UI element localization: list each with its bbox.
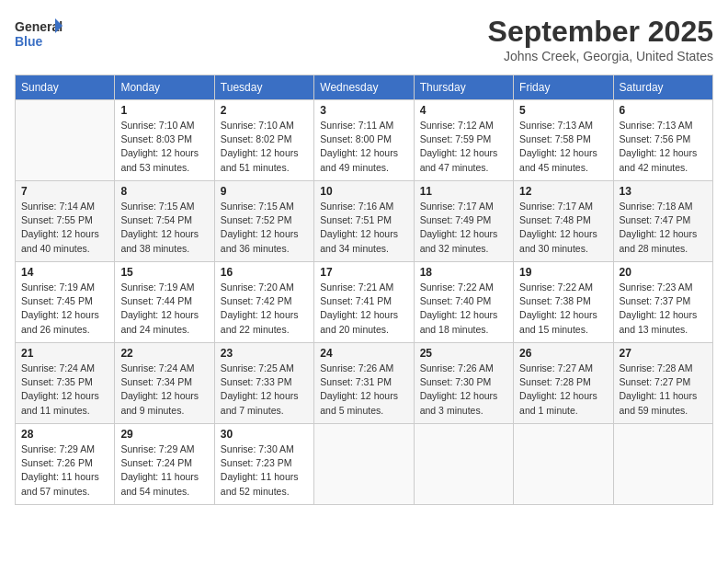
cell-sun-info: Sunrise: 7:22 AMSunset: 7:40 PMDaylight:…	[420, 281, 507, 337]
day-number: 22	[120, 347, 208, 360]
calendar-cell: 30Sunrise: 7:30 AMSunset: 7:23 PMDayligh…	[214, 424, 313, 505]
weekday-header-thursday: Thursday	[414, 75, 513, 100]
day-number: 21	[21, 347, 108, 360]
day-number: 15	[120, 266, 208, 279]
cell-sun-info: Sunrise: 7:28 AMSunset: 7:27 PMDaylight:…	[620, 362, 707, 418]
calendar-cell: 24Sunrise: 7:26 AMSunset: 7:31 PMDayligh…	[314, 343, 414, 424]
calendar-cell: 4Sunrise: 7:12 AMSunset: 7:59 PMDaylight…	[414, 100, 513, 181]
day-number: 23	[221, 347, 308, 360]
calendar-cell: 28Sunrise: 7:29 AMSunset: 7:26 PMDayligh…	[16, 424, 115, 505]
calendar-cell: 25Sunrise: 7:26 AMSunset: 7:30 PMDayligh…	[414, 343, 513, 424]
weekday-header-wednesday: Wednesday	[314, 75, 414, 100]
cell-sun-info: Sunrise: 7:13 AMSunset: 7:58 PMDaylight:…	[519, 119, 607, 175]
day-number: 24	[320, 347, 407, 360]
cell-sun-info: Sunrise: 7:10 AMSunset: 8:03 PMDaylight:…	[120, 119, 208, 175]
calendar-cell	[514, 424, 613, 505]
calendar-cell: 10Sunrise: 7:16 AMSunset: 7:51 PMDayligh…	[314, 181, 414, 262]
day-number: 19	[519, 266, 607, 279]
calendar-cell	[613, 424, 712, 505]
cell-sun-info: Sunrise: 7:19 AMSunset: 7:44 PMDaylight:…	[120, 281, 208, 337]
day-number: 1	[120, 104, 208, 117]
day-number: 13	[620, 185, 707, 198]
day-number: 28	[21, 428, 108, 441]
day-number: 11	[420, 185, 507, 198]
calendar-cell	[314, 424, 414, 505]
cell-sun-info: Sunrise: 7:23 AMSunset: 7:37 PMDaylight:…	[620, 281, 707, 337]
cell-sun-info: Sunrise: 7:17 AMSunset: 7:48 PMDaylight:…	[519, 200, 607, 256]
calendar-cell: 5Sunrise: 7:13 AMSunset: 7:58 PMDaylight…	[514, 100, 613, 181]
day-number: 2	[221, 104, 308, 117]
cell-sun-info: Sunrise: 7:21 AMSunset: 7:41 PMDaylight:…	[320, 281, 407, 337]
day-number: 7	[21, 185, 108, 198]
day-number: 25	[420, 347, 507, 360]
logo-icon: General Blue	[15, 15, 59, 52]
cell-sun-info: Sunrise: 7:29 AMSunset: 7:26 PMDaylight:…	[21, 442, 108, 499]
cell-sun-info: Sunrise: 7:17 AMSunset: 7:49 PMDaylight:…	[420, 200, 507, 256]
cell-sun-info: Sunrise: 7:13 AMSunset: 7:56 PMDaylight:…	[620, 119, 707, 175]
day-number: 29	[120, 428, 208, 441]
day-number: 20	[620, 266, 707, 279]
calendar-cell	[16, 100, 115, 181]
day-number: 18	[420, 266, 507, 279]
cell-sun-info: Sunrise: 7:30 AMSunset: 7:23 PMDaylight:…	[221, 442, 308, 499]
calendar-cell: 9Sunrise: 7:15 AMSunset: 7:52 PMDaylight…	[214, 181, 313, 262]
calendar-cell: 12Sunrise: 7:17 AMSunset: 7:48 PMDayligh…	[514, 181, 613, 262]
calendar-cell: 17Sunrise: 7:21 AMSunset: 7:41 PMDayligh…	[314, 262, 414, 343]
weekday-header-tuesday: Tuesday	[214, 75, 313, 100]
calendar-cell: 26Sunrise: 7:27 AMSunset: 7:28 PMDayligh…	[514, 343, 613, 424]
calendar-cell: 18Sunrise: 7:22 AMSunset: 7:40 PMDayligh…	[414, 262, 513, 343]
calendar-table: SundayMondayTuesdayWednesdayThursdayFrid…	[15, 75, 713, 505]
day-number: 9	[221, 185, 308, 198]
weekday-header-monday: Monday	[115, 75, 214, 100]
day-number: 8	[120, 185, 208, 198]
day-number: 10	[320, 185, 407, 198]
calendar-cell: 1Sunrise: 7:10 AMSunset: 8:03 PMDaylight…	[115, 100, 214, 181]
calendar-cell: 11Sunrise: 7:17 AMSunset: 7:49 PMDayligh…	[414, 181, 513, 262]
page-header: General Blue September 2025 Johns Creek,…	[15, 15, 713, 63]
day-number: 6	[620, 104, 707, 117]
calendar-cell: 29Sunrise: 7:29 AMSunset: 7:24 PMDayligh…	[115, 424, 214, 505]
calendar-cell: 7Sunrise: 7:14 AMSunset: 7:55 PMDaylight…	[16, 181, 115, 262]
day-number: 14	[21, 266, 108, 279]
cell-sun-info: Sunrise: 7:26 AMSunset: 7:31 PMDaylight:…	[320, 362, 407, 418]
calendar-cell	[414, 424, 513, 505]
cell-sun-info: Sunrise: 7:12 AMSunset: 7:59 PMDaylight:…	[420, 119, 507, 175]
weekday-header-saturday: Saturday	[613, 75, 712, 100]
weekday-header-friday: Friday	[514, 75, 613, 100]
day-number: 17	[320, 266, 407, 279]
cell-sun-info: Sunrise: 7:15 AMSunset: 7:52 PMDaylight:…	[221, 200, 308, 256]
day-number: 27	[620, 347, 707, 360]
calendar-cell: 16Sunrise: 7:20 AMSunset: 7:42 PMDayligh…	[214, 262, 313, 343]
calendar-cell: 21Sunrise: 7:24 AMSunset: 7:35 PMDayligh…	[16, 343, 115, 424]
cell-sun-info: Sunrise: 7:26 AMSunset: 7:30 PMDaylight:…	[420, 362, 507, 418]
cell-sun-info: Sunrise: 7:14 AMSunset: 7:55 PMDaylight:…	[21, 200, 108, 256]
cell-sun-info: Sunrise: 7:27 AMSunset: 7:28 PMDaylight:…	[519, 362, 607, 418]
day-number: 30	[221, 428, 308, 441]
calendar-cell: 27Sunrise: 7:28 AMSunset: 7:27 PMDayligh…	[613, 343, 712, 424]
calendar-cell: 22Sunrise: 7:24 AMSunset: 7:34 PMDayligh…	[115, 343, 214, 424]
title-block: September 2025 Johns Creek, Georgia, Uni…	[488, 15, 713, 63]
calendar-cell: 2Sunrise: 7:10 AMSunset: 8:02 PMDaylight…	[214, 100, 313, 181]
cell-sun-info: Sunrise: 7:10 AMSunset: 8:02 PMDaylight:…	[221, 119, 308, 175]
svg-text:Blue: Blue	[15, 34, 43, 49]
cell-sun-info: Sunrise: 7:11 AMSunset: 8:00 PMDaylight:…	[320, 119, 407, 175]
cell-sun-info: Sunrise: 7:16 AMSunset: 7:51 PMDaylight:…	[320, 200, 407, 256]
cell-sun-info: Sunrise: 7:24 AMSunset: 7:35 PMDaylight:…	[21, 362, 108, 418]
day-number: 3	[320, 104, 407, 117]
day-number: 12	[519, 185, 607, 198]
cell-sun-info: Sunrise: 7:22 AMSunset: 7:38 PMDaylight:…	[519, 281, 607, 337]
calendar-cell: 14Sunrise: 7:19 AMSunset: 7:45 PMDayligh…	[16, 262, 115, 343]
cell-sun-info: Sunrise: 7:20 AMSunset: 7:42 PMDaylight:…	[221, 281, 308, 337]
cell-sun-info: Sunrise: 7:19 AMSunset: 7:45 PMDaylight:…	[21, 281, 108, 337]
calendar-cell: 19Sunrise: 7:22 AMSunset: 7:38 PMDayligh…	[514, 262, 613, 343]
day-number: 4	[420, 104, 507, 117]
cell-sun-info: Sunrise: 7:18 AMSunset: 7:47 PMDaylight:…	[620, 200, 707, 256]
calendar-cell: 15Sunrise: 7:19 AMSunset: 7:44 PMDayligh…	[115, 262, 214, 343]
calendar-cell: 23Sunrise: 7:25 AMSunset: 7:33 PMDayligh…	[214, 343, 313, 424]
day-number: 5	[519, 104, 607, 117]
calendar-cell: 6Sunrise: 7:13 AMSunset: 7:56 PMDaylight…	[613, 100, 712, 181]
month-title: September 2025	[488, 15, 713, 49]
day-number: 26	[519, 347, 607, 360]
day-number: 16	[221, 266, 308, 279]
calendar-cell: 20Sunrise: 7:23 AMSunset: 7:37 PMDayligh…	[613, 262, 712, 343]
